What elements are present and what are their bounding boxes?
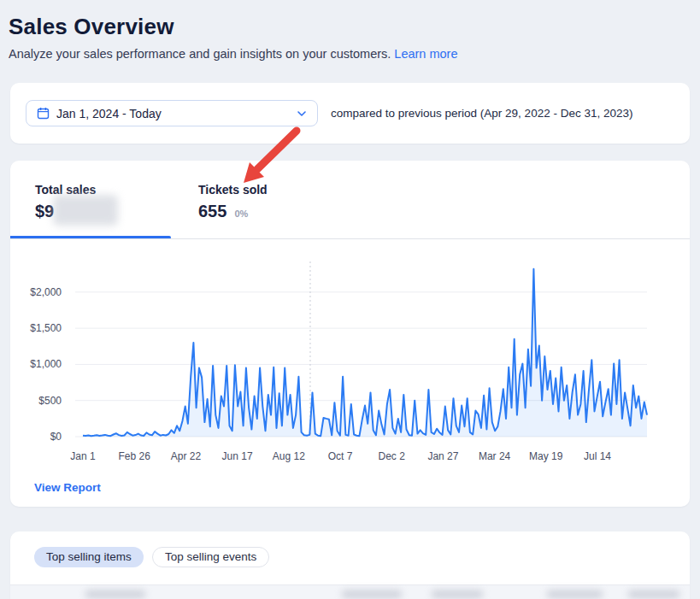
chevron-down-icon bbox=[297, 110, 307, 117]
page-title: Sales Overview bbox=[9, 14, 174, 40]
date-range-picker[interactable]: Jan 1, 2024 - Today bbox=[26, 100, 318, 126]
x-axis-label: Jun 17 bbox=[222, 450, 253, 462]
blurred-header-cell bbox=[547, 590, 603, 598]
table-header-row bbox=[10, 584, 690, 599]
x-axis-label: Aug 12 bbox=[273, 450, 305, 462]
blurred-header-cell bbox=[85, 590, 145, 598]
tabs-divider bbox=[10, 238, 690, 239]
x-axis-label: Oct 7 bbox=[328, 450, 353, 462]
tab-tickets-sold[interactable]: Tickets sold 655 0% bbox=[198, 161, 268, 221]
date-filter-card: Jan 1, 2024 - Today compared to previous… bbox=[10, 83, 690, 144]
tab-top-selling-items[interactable]: Top selling items bbox=[34, 547, 144, 567]
learn-more-link[interactable]: Learn more bbox=[394, 47, 457, 61]
sales-overview-page: Sales Overview Analyze your sales perfor… bbox=[0, 0, 700, 599]
y-axis-label: $1,500 bbox=[10, 322, 62, 334]
x-axis-label: Jan 1 bbox=[70, 450, 95, 462]
blurred-header-cell bbox=[628, 590, 679, 598]
x-axis-label: Apr 22 bbox=[171, 450, 201, 462]
blurred-header-cell bbox=[342, 590, 402, 598]
tickets-sold-value: 655 bbox=[198, 202, 226, 221]
page-subtitle-text: Analyze your sales performance and gain … bbox=[9, 47, 391, 61]
x-axis-label: Jul 14 bbox=[584, 450, 611, 462]
y-axis-label: $1,000 bbox=[10, 358, 62, 370]
y-axis-label: $2,000 bbox=[10, 286, 62, 298]
y-axis-label: $0 bbox=[10, 431, 62, 443]
tab-top-selling-events[interactable]: Top selling events bbox=[152, 547, 269, 567]
date-range-label: Jan 1, 2024 - Today bbox=[56, 107, 162, 120]
tickets-sold-change-badge: 0% bbox=[234, 208, 248, 219]
calendar-icon bbox=[37, 107, 50, 120]
y-axis-label: $500 bbox=[10, 395, 62, 407]
x-axis-label: Mar 24 bbox=[479, 450, 510, 462]
page-subtitle: Analyze your sales performance and gain … bbox=[9, 47, 458, 61]
top-selling-card: Top selling items Top selling events bbox=[10, 531, 690, 599]
view-report-link[interactable]: View Report bbox=[34, 481, 101, 494]
x-axis-label: May 19 bbox=[529, 450, 562, 462]
x-axis-label: Feb 26 bbox=[119, 450, 150, 462]
comparison-period-text: compared to previous period (Apr 29, 202… bbox=[331, 83, 632, 144]
redacted-total-sales-value bbox=[53, 195, 118, 226]
x-axis-label: Dec 2 bbox=[379, 450, 405, 462]
blurred-header-cell bbox=[432, 590, 483, 598]
x-axis-label: Jan 27 bbox=[427, 450, 458, 462]
tickets-sold-label: Tickets sold bbox=[198, 183, 268, 197]
total-sales-value: $9 bbox=[35, 202, 54, 221]
